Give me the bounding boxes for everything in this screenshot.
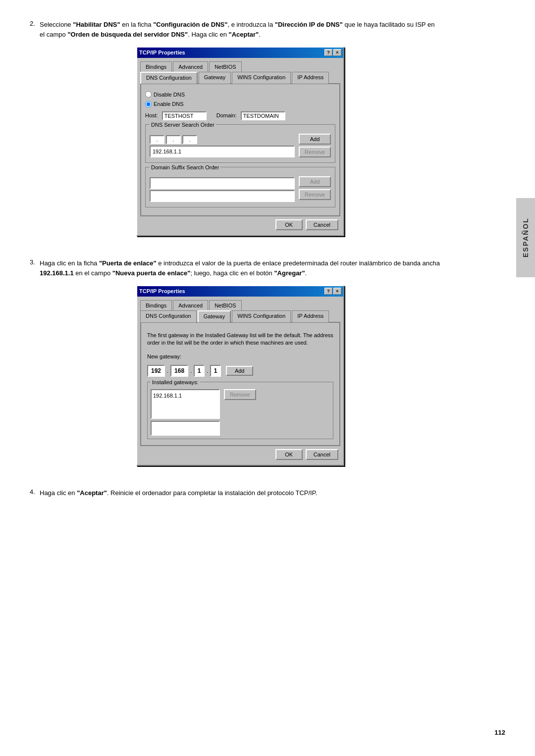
tab-row-1b: Bindings Advanced NetBIOS [140,300,340,310]
dialog-1-bottom-buttons: OK Cancel [140,216,340,232]
dialog-2-cancel-button[interactable]: Cancel [306,449,338,460]
tcpip-dialog-2: TCP/IP Properties ? × Bindings Advanced … [136,285,344,466]
gateway-info-text: The first gateway in the Installed Gatew… [147,332,333,347]
gw-seg1[interactable]: 192 [147,365,165,377]
step-2-text: Seleccione "Habilitar DNS" en la ficha "… [40,20,441,244]
dns-seg3[interactable] [182,135,197,144]
tab-gateway-1[interactable]: Gateway [199,72,231,84]
gw-seg4[interactable]: 1 [210,365,221,377]
titlebar-buttons-1: ? × [324,49,341,56]
step-3-text: Haga clic en la ficha "Puerta de enlace"… [40,258,441,473]
dns-radio-group: Disable DNS Enable DNS [145,91,335,108]
step-2: 2. Seleccione "Habilitar DNS" en la fich… [30,20,441,244]
suffix-buttons: Add Remove [299,176,331,200]
suffix-entry-1 [150,177,295,189]
step-2-number: 2. [30,20,40,27]
dns-add-button[interactable]: Add [299,134,331,145]
installed-entry-1: 192.168.1.1 [153,392,217,400]
dns-server-section-label: DNS Server Search Order [150,121,216,129]
domain-suffix-section: Domain Suffix Search Order Add Remove [145,167,335,207]
tab-netbios-2[interactable]: NetBIOS [209,300,241,311]
gw-seg3[interactable]: 1 [194,365,205,377]
dialog-1-title: TCP/IP Properties [139,49,185,57]
tab-netbios-1[interactable]: NetBIOS [209,61,241,72]
host-input[interactable] [162,111,207,120]
tab-advanced-2[interactable]: Advanced [173,300,208,311]
enable-dns-radio[interactable]: Enable DNS [145,100,335,108]
gateway-add-button[interactable]: Add [226,366,253,376]
step-3: 3. Haga clic en la ficha "Puerta de enla… [30,258,441,473]
dialog-1-ok-button[interactable]: OK [275,219,303,230]
help-button-2[interactable]: ? [324,288,332,295]
tab-gateway-2[interactable]: Gateway [198,310,231,322]
dialog-1-cancel-button[interactable]: Cancel [306,219,338,230]
domain-input[interactable] [241,111,285,120]
dialog-1-body: Bindings Advanced NetBIOS DNS Configurat… [137,58,343,236]
gw-seg2[interactable]: 168 [170,365,188,377]
tab-ipaddress-2[interactable]: IP Address [292,310,329,322]
gateway-remove-button[interactable]: Remove [224,389,256,400]
tab-row-1a: Bindings Advanced NetBIOS [140,61,340,72]
dns-server-section: DNS Server Search Order 192.168.1 [145,124,335,163]
tab-content-1: Disable DNS Enable DNS Host: [140,83,340,217]
dns-remove-button[interactable]: Remove [299,147,331,157]
suffix-add-button[interactable]: Add [299,176,331,187]
dns-dots-input [150,135,295,144]
step-4-text: Haga clic en "Aceptar". Reinicie el orde… [40,488,441,498]
enable-dns-label: Enable DNS [154,100,184,108]
close-button-2[interactable]: × [333,288,341,295]
domain-label: Domain: [216,111,237,120]
tab-ipaddress-1[interactable]: IP Address [292,72,329,84]
dns-entry-1: 192.168.1.1 [150,146,295,158]
page-number: 112 [494,729,505,736]
dns-server-buttons: Add Remove [299,134,331,157]
installed-list-area: 192.168.1.1 Remove [151,389,330,419]
host-label: Host: [145,111,158,120]
titlebar-2: TCP/IP Properties ? × [137,286,343,297]
disable-dns-radio[interactable]: Disable DNS [145,91,335,99]
step-3-number: 3. [30,258,40,266]
dialog-2-bottom-buttons: OK Cancel [140,446,340,462]
tab-wins-2[interactable]: WINS Configuration [232,310,291,322]
tab-dns-config-1[interactable]: DNS Configuration [140,72,198,84]
dns-seg1[interactable] [150,135,164,144]
disable-dns-label: Disable DNS [154,91,185,99]
tab-wins-1[interactable]: WINS Configuration [232,72,291,84]
titlebar-1: TCP/IP Properties ? × [137,48,343,58]
dialog-2-title: TCP/IP Properties [139,287,185,296]
installed-gateways-label: Installed gateways: [151,378,200,387]
step-4-number: 4. [30,488,40,496]
tab-row-2b: DNS Configuration Gateway WINS Configura… [140,310,340,322]
enable-dns-input[interactable] [145,101,152,107]
tab-dns-config-2[interactable]: DNS Configuration [140,310,197,322]
tab-content-2: The first gateway in the Installed Gatew… [140,322,340,446]
suffix-list-area [150,176,295,203]
dns-server-row: 192.168.1.1 Add Remove [150,134,331,159]
dialog-2-body: Bindings Advanced NetBIOS DNS Configurat… [137,297,343,465]
installed-buttons: Remove [224,389,256,400]
dialog-wrapper-2: TCP/IP Properties ? × Bindings Advanced … [40,285,441,466]
dns-list-area: 192.168.1.1 [150,134,295,159]
suffix-entry-2 [150,190,295,202]
tab-row-2a: DNS Configuration Gateway WINS Configura… [140,71,340,83]
dns-seg2[interactable] [166,135,181,144]
gateway-content: The first gateway in the Installed Gatew… [145,327,335,441]
suffix-remove-button[interactable]: Remove [299,189,331,200]
tab-bindings-2[interactable]: Bindings [140,300,172,311]
step-4: 4. Haga clic en "Aceptar". Reinicie el o… [30,488,441,498]
tab-advanced-1[interactable]: Advanced [173,61,208,72]
installed-list-2 [151,421,220,436]
sidebar-label: ESPAÑOL [516,198,535,277]
host-domain-row: Host: Domain: [145,111,335,120]
domain-suffix-row: Add Remove [150,176,331,203]
tab-bindings-1[interactable]: Bindings [140,61,172,72]
installed-gateways-section: Installed gateways: 192.168.1.1 Remove [147,382,333,439]
disable-dns-input[interactable] [145,91,152,98]
new-gateway-label: New gateway: [147,353,181,361]
dialog-2-ok-button[interactable]: OK [275,449,303,460]
new-gateway-row: New gateway: [147,353,333,361]
help-button-1[interactable]: ? [324,49,332,56]
gateway-input-row: 192 . 168 . 1 . 1 Add [147,365,333,377]
tcpip-dialog-1: TCP/IP Properties ? × Bindings Advanced … [136,47,344,236]
close-button-1[interactable]: × [333,49,341,56]
